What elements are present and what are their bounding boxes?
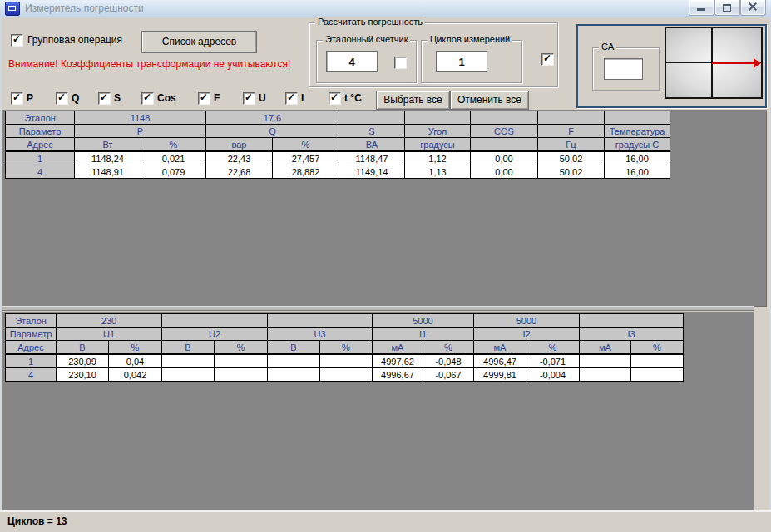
data-cell[interactable] [580,368,631,382]
power-measurements-table[interactable]: Эталон114817.6ПараметрPQSУголCOSFТемпера… [5,111,670,179]
data-cell[interactable] [631,368,684,382]
data-cell[interactable]: 22,43 [206,151,273,165]
header-cell: мА [474,341,526,355]
data-cell[interactable] [268,354,320,368]
data-cell[interactable] [320,354,373,368]
data-cell[interactable]: 0,00 [471,151,538,165]
header-cell: 1 [6,151,75,165]
table-row: Эталон114817.6 [6,111,670,125]
header-cell: F [538,125,605,138]
header-cell: 5000 [373,314,474,328]
table-row: 1230,090,044997,62-0,0484996,47-0,071 [6,354,684,368]
data-cell[interactable]: 1148,47 [339,151,405,165]
data-cell[interactable]: 16,00 [605,165,670,179]
param-checkbox-p[interactable] [11,92,23,105]
data-cell[interactable]: -0,071 [526,354,580,368]
data-cell[interactable]: 22,68 [206,165,273,179]
header-cell: % [423,341,474,355]
param-label-s: S [114,92,121,104]
close-button[interactable] [740,0,766,16]
data-cell[interactable]: 16,00 [605,151,670,165]
header-cell: градусы [405,138,471,152]
header-cell: % [320,341,373,355]
phase-quadrant-display [665,27,763,99]
data-cell[interactable]: 4999,81 [474,368,526,382]
header-cell: % [526,341,580,355]
data-cell[interactable] [631,354,684,368]
header-cell: мА [580,341,631,355]
header-cell: В [162,341,215,355]
header-cell: % [273,138,339,152]
header-cell [471,138,538,152]
maximize-icon [723,4,731,12]
data-cell[interactable]: 4997,62 [373,354,423,368]
voltage-current-table[interactable]: Эталон23050005000ПараметрU1U2U3I1I2I3Адр… [5,313,684,382]
data-cell[interactable]: 1148,24 [75,151,141,165]
deselect-all-button[interactable]: Отменить все [450,91,529,110]
param-checkbox-i[interactable] [285,92,298,105]
data-cell[interactable] [162,354,215,368]
param-checkbox-q[interactable] [56,92,68,105]
minimize-button[interactable] [689,0,714,16]
data-cell[interactable]: 1,13 [405,165,471,179]
param-checkbox-s[interactable] [98,92,111,105]
data-cell[interactable] [215,354,268,368]
phase-vector-arrow [712,62,755,64]
address-list-button[interactable]: Список адресов [141,31,257,53]
header-cell: I3 [580,328,684,341]
data-cell[interactable]: -0,048 [423,354,474,368]
param-checkbox-t[interactable] [329,92,341,105]
group-operation-checkbox[interactable] [11,34,23,47]
param-checkbox-cos[interactable] [141,92,154,105]
data-cell[interactable] [215,368,268,382]
header-cell: I1 [373,328,474,341]
ca-input[interactable] [604,58,643,80]
data-cell[interactable]: 1,12 [405,151,471,165]
data-cell[interactable]: -0,004 [526,368,580,382]
param-checkbox-f[interactable] [198,92,210,105]
data-cell[interactable] [580,354,631,368]
data-cell[interactable]: 50,02 [538,151,605,165]
maximize-button[interactable] [714,0,740,16]
calc-confirm-checkbox[interactable] [541,53,554,66]
data-cell[interactable] [162,368,215,382]
header-cell: U3 [268,328,373,341]
data-cell[interactable]: 4996,67 [373,368,423,382]
data-cell[interactable]: 0,04 [109,354,162,368]
param-label-q: Q [72,92,79,104]
select-all-button[interactable]: Выбрать все [376,91,450,110]
calc-error-group: Рассчитать погрешность Эталонный счетчик… [309,22,558,87]
reference-meter-checkbox[interactable] [394,57,407,69]
ca-panel: CA [576,24,767,108]
reference-meter-input[interactable] [326,51,378,72]
cycles-input[interactable] [436,51,487,72]
ca-group: CA [592,47,660,91]
data-cell[interactable]: 0,021 [141,151,206,165]
header-cell: % [215,341,268,355]
param-checkbox-u[interactable] [243,92,255,105]
data-cell[interactable] [268,368,320,382]
data-cell[interactable]: 28,882 [273,165,339,179]
data-cell[interactable]: 0,042 [109,368,162,382]
header-cell: 4 [6,165,75,179]
data-cell[interactable]: 50,02 [538,165,605,179]
data-cell[interactable]: 27,457 [273,151,339,165]
status-bar: Циклов = 13 [0,510,771,532]
header-cell: COS [471,125,538,138]
header-cell: 1148 [75,111,206,125]
data-cell[interactable]: 4996,47 [474,354,526,368]
header-cell: U2 [162,328,268,341]
data-cell[interactable]: 230,10 [57,368,109,382]
data-cell[interactable]: 1148,91 [75,165,141,179]
data-cell[interactable]: 0,00 [471,165,538,179]
header-cell [162,314,268,328]
table-row: 41148,910,07922,6828,8821149,141,130,005… [6,165,670,179]
table-row: ПараметрU1U2U3I1I2I3 [6,328,684,341]
data-cell[interactable]: 1149,14 [339,165,405,179]
titlebar: Измеритель погрешности [0,0,771,17]
data-cell[interactable]: 0,079 [141,165,206,179]
data-cell[interactable]: -0,067 [423,368,474,382]
data-cell[interactable] [320,368,373,382]
data-cell[interactable]: 230,09 [57,354,109,368]
header-cell: Температура [605,125,670,138]
